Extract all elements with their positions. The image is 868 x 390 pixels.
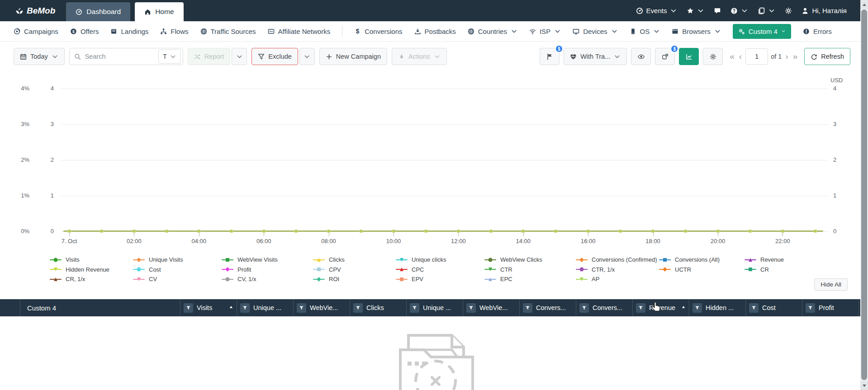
legend-item-epc[interactable]: EPC (484, 274, 576, 284)
legend-item-cr-1-x[interactable]: CR, 1/x (50, 274, 133, 284)
data-point-marker[interactable] (165, 230, 168, 233)
nav-item-offers[interactable]: $Offers (70, 28, 99, 35)
tab-dashboard[interactable]: Dashboard (66, 2, 130, 21)
data-point-marker[interactable] (522, 230, 525, 233)
nav-item-postbacks[interactable]: Postbacks (414, 28, 456, 35)
nav-item-campaigns[interactable]: Campaigns (14, 28, 58, 35)
data-point-marker[interactable] (262, 230, 266, 233)
data-point-marker[interactable] (781, 230, 784, 233)
data-point-marker[interactable] (360, 230, 363, 233)
search-input[interactable] (84, 52, 155, 61)
legend-item-cv-1-x[interactable]: CV, 1/x (222, 274, 313, 284)
nav-item-countries[interactable]: Countries (468, 28, 517, 35)
data-point-marker[interactable] (197, 230, 200, 233)
next-page-button[interactable]: › (784, 52, 789, 61)
legend-item-hidden-revenue[interactable]: Hidden Revenue (50, 265, 133, 275)
data-point-marker[interactable] (651, 230, 655, 233)
data-point-marker[interactable] (716, 230, 720, 233)
topbar-gear-button[interactable] (785, 7, 792, 14)
data-point-marker[interactable] (100, 230, 103, 233)
first-page-button[interactable]: « (729, 52, 735, 61)
column-header-convers[interactable]: Convers... (576, 299, 632, 316)
nav-item-devices[interactable]: Devices (573, 28, 617, 35)
exclude-dropdown-button[interactable] (299, 48, 315, 65)
legend-item-uctr[interactable]: UCTR (659, 265, 745, 275)
legend-item-cpc[interactable]: CPC (396, 265, 484, 275)
nav-item-isp[interactable]: ISP (529, 28, 561, 35)
legend-item-roi[interactable]: ROI (313, 274, 396, 284)
data-point-marker[interactable] (68, 230, 71, 233)
legend-item-epv[interactable]: EPV (396, 274, 484, 284)
legend-item-visits[interactable]: Visits (50, 255, 133, 265)
nav-item-errors[interactable]: Errors (803, 28, 832, 35)
column-header-webvie[interactable]: WebVie... (463, 299, 519, 316)
column-header-webvie[interactable]: WebVie... (293, 299, 350, 316)
nav-item-affiliate-networks[interactable]: Affiliate Networks (268, 28, 331, 35)
data-point-marker[interactable] (424, 230, 427, 233)
filter-chip[interactable] (523, 303, 532, 313)
filter-chip[interactable] (579, 303, 589, 313)
filter-chip[interactable] (636, 303, 645, 313)
legend-item-ap[interactable]: AP (576, 274, 659, 284)
data-point-marker[interactable] (619, 230, 622, 233)
data-point-marker[interactable] (684, 230, 687, 233)
report-dropdown-button[interactable] (232, 48, 247, 65)
column-header-unique[interactable]: Unique ... (406, 299, 463, 316)
filter-chip[interactable] (353, 303, 363, 313)
data-point-marker[interactable] (294, 230, 298, 233)
data-point-marker[interactable] (749, 230, 752, 233)
nav-custom-4-button[interactable]: Custom 4 (733, 24, 791, 39)
topbar-help-button[interactable] (730, 7, 748, 14)
nav-item-browsers[interactable]: Browsers (672, 28, 721, 35)
legend-item-profit[interactable]: Profit (222, 265, 313, 275)
topbar-star-button[interactable] (687, 7, 704, 14)
legend-item-conversions-all[interactable]: Conversions (All) (659, 255, 745, 265)
column-header-visits[interactable]: Visits (180, 299, 237, 316)
column-header-unique[interactable]: Unique ... (237, 299, 293, 316)
user-menu[interactable]: Hi, Наталія (802, 7, 847, 14)
legend-item-cr[interactable]: CR (745, 265, 821, 275)
filter-chip[interactable] (184, 303, 193, 313)
page-input[interactable]: 1 (745, 48, 768, 65)
prev-page-button[interactable]: ‹ (738, 52, 743, 61)
search-type-selector[interactable]: T (158, 49, 181, 64)
last-page-button[interactable]: » (792, 52, 799, 61)
legend-item-ctr-1-x[interactable]: CTR, 1/x (576, 265, 659, 275)
scroll-down-button[interactable] (860, 381, 868, 390)
chart-toggle-button[interactable] (679, 48, 699, 65)
column-header-cost[interactable]: Cost (745, 299, 802, 316)
table-group-header[interactable]: Custom 4 (20, 299, 180, 316)
data-point-marker[interactable] (554, 230, 557, 233)
bemob-logo[interactable]: BeMob (0, 0, 66, 21)
filter-chip[interactable] (749, 303, 759, 313)
data-point-marker[interactable] (133, 230, 136, 233)
legend-item-clicks[interactable]: Clicks (313, 255, 396, 265)
data-point-marker[interactable] (457, 230, 460, 233)
nav-item-landings[interactable]: Landings (110, 28, 148, 35)
topbar-stack-button[interactable] (758, 7, 775, 14)
column-header-hidden[interactable]: Hidden ... (689, 299, 745, 316)
column-header-clicks[interactable]: Clicks (350, 299, 406, 316)
tab-home[interactable]: Home (135, 2, 183, 21)
legend-item-cv[interactable]: CV (133, 274, 222, 284)
settings-button[interactable] (703, 48, 723, 65)
data-point-marker[interactable] (587, 230, 590, 233)
scrollbar-thumb[interactable] (861, 9, 867, 380)
legend-item-webview-clicks[interactable]: WebView Clicks (484, 255, 576, 265)
filter-chip[interactable] (693, 303, 702, 313)
legend-item-revenue[interactable]: Revenue (745, 255, 821, 265)
filter-chip[interactable] (466, 303, 476, 313)
legend-item-cpv[interactable]: CPV (313, 265, 396, 275)
column-header-convers[interactable]: Convers... (519, 299, 576, 316)
exclude-button[interactable]: Exclude (251, 48, 298, 65)
legend-item-webview-visits[interactable]: WebView Visits (222, 255, 313, 265)
scroll-up-button[interactable] (860, 0, 868, 9)
nav-item-traffic-sources[interactable]: Traffic Sources (200, 28, 256, 35)
date-range-button[interactable]: Today (14, 48, 65, 65)
data-point-marker[interactable] (392, 230, 395, 233)
legend-item-cost[interactable]: Cost (133, 265, 222, 275)
report-button[interactable]: Report (188, 48, 231, 65)
legend-item-conversions-confirmed[interactable]: Conversions (Confirmed) (576, 255, 659, 265)
legend-item-unique-clicks[interactable]: Unique clicks (396, 255, 484, 265)
eye-button[interactable] (631, 48, 651, 65)
